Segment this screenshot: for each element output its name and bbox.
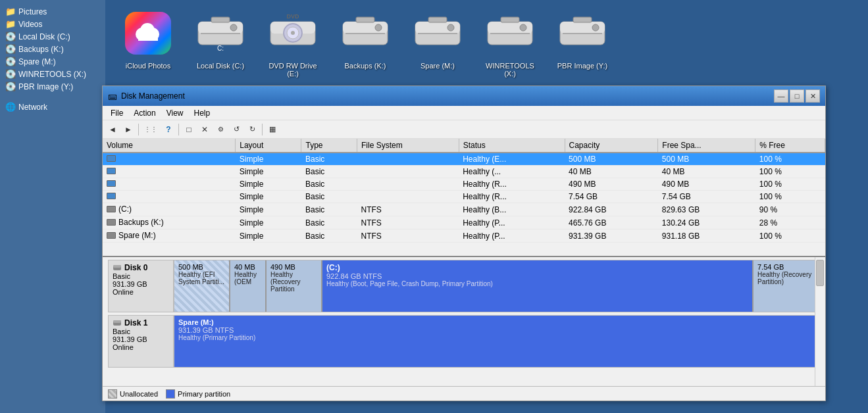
disk-map-scroll[interactable]: Disk 0 Basic 931.39 GB Online 500 MB Hea… (103, 257, 825, 386)
svg-text:C:: C: (217, 45, 224, 52)
maximize-button[interactable]: □ (790, 89, 804, 103)
window-icon: 🖴 (108, 91, 117, 101)
sidebar-item-videos[interactable]: 📁 Videos (0, 18, 105, 30)
unalloc-box (108, 389, 117, 399)
desktop-icon-icloud[interactable]: iCloud Photos (118, 7, 178, 70)
properties-button[interactable]: ⚙ (213, 122, 228, 137)
partition-recovery2[interactable]: 7.54 GB Healthy (Recovery Partition) (753, 260, 819, 312)
disk0-partitions: 500 MB Healthy (EFI System Partiti... 40… (174, 260, 820, 312)
scroll-thumb[interactable] (816, 260, 824, 286)
table-row[interactable]: Simple Basic Healthy (R... 490 MB 490 MB… (103, 178, 825, 191)
sidebar: 📁 Pictures 📁 Videos 💽 Local Disk (C:) 💽 … (0, 0, 105, 413)
disk1-size: 931.39 GB (113, 335, 169, 343)
sidebar-item-label: Spare (M:) (18, 57, 56, 66)
efi-detail: Healthy (EFI System Partiti... (178, 271, 225, 285)
sidebar-item-label: Videos (18, 20, 42, 29)
back-button[interactable]: ◄ (105, 122, 120, 137)
hdd-icon (556, 7, 609, 59)
partition-c[interactable]: (C:) 922.84 GB NTFS Healthy (Boot, Page … (322, 260, 753, 312)
disk-icon: 💽 (5, 32, 16, 41)
sidebar-item-spare-m[interactable]: 💽 Spare (M:) (0, 55, 105, 68)
sidebar-item-label: Network (18, 103, 47, 112)
svg-rect-26 (428, 17, 447, 22)
col-header-fs[interactable]: File System (357, 139, 459, 153)
status-legend: Unallocated Primary partition (108, 389, 230, 399)
disk1-row: Disk 1 Basic 931.39 GB Online Spare (M:)… (108, 315, 820, 368)
desktop: 📁 Pictures 📁 Videos 💽 Local Disk (C:) 💽 … (0, 0, 868, 413)
svg-rect-38 (113, 265, 121, 268)
table-row[interactable]: Backups (K:) Simple Basic NTFS Healthy (… (103, 216, 825, 230)
rec1-detail: Healthy (Recovery Partition (270, 271, 317, 293)
menu-help[interactable]: Help (189, 107, 216, 119)
svg-point-14 (291, 31, 295, 35)
desktop-icon-winretools[interactable]: WINRETOOLS (X:) (480, 7, 540, 78)
table-row[interactable]: Simple Basic Healthy (... 40 MB 40 MB 10… (103, 166, 825, 178)
hdd-icon (411, 7, 464, 59)
desktop-icon-spare-m[interactable]: Spare (M:) (408, 7, 467, 70)
close-button[interactable]: ✕ (805, 89, 820, 103)
table-row[interactable]: Simple Basic Healthy (E... 500 MB 500 MB… (103, 153, 825, 166)
col-header-pct[interactable]: % Free (755, 139, 825, 153)
help-button[interactable]: ? (161, 122, 176, 137)
partition-spare[interactable]: Spare (M:) 931.39 GB NTFS Healthy (Prima… (174, 316, 819, 367)
oem-detail: Healthy (OEM (234, 271, 261, 285)
col-header-status[interactable]: Status (459, 139, 565, 153)
svg-text:DVD: DVD (286, 13, 299, 20)
table-row[interactable]: (C:) Simple Basic NTFS Healthy (B... 922… (103, 203, 825, 216)
rescan-button[interactable]: ↺ (229, 122, 243, 137)
svg-rect-34 (563, 33, 602, 34)
disk-table: Volume Layout Type File System Status Ca… (103, 139, 825, 243)
forward-button[interactable]: ► (121, 122, 136, 137)
menu-action[interactable]: Action (128, 107, 161, 119)
minimize-button[interactable]: — (774, 89, 788, 103)
desktop-icon-dvd[interactable]: DVD DVD RW Drive (E:) (263, 7, 322, 78)
col-header-free[interactable]: Free Spa... (658, 139, 755, 153)
sidebar-item-label: Pictures (18, 7, 47, 16)
desktop-icon-backups-k[interactable]: Backups (K:) (336, 7, 395, 70)
show-hide-button[interactable]: ⋮⋮ (141, 122, 160, 137)
titlebar-left: 🖴 Disk Management (108, 91, 185, 101)
sidebar-item-local-disk-c[interactable]: 💽 Local Disk (C:) (0, 30, 105, 43)
sidebar-item-winretools[interactable]: 💽 WINRETOOLS (X:) (0, 68, 105, 80)
refresh-button[interactable]: ↻ (245, 122, 259, 137)
sidebar-item-label: PBR Image (Y:) (18, 82, 73, 91)
svg-point-20 (375, 24, 382, 31)
sidebar-item-network[interactable]: 🌐 Network (0, 101, 105, 113)
col-header-type[interactable]: Type (301, 139, 357, 153)
c-size: 922.84 GB NTFS (326, 272, 748, 280)
menu-file[interactable]: File (105, 107, 128, 119)
disk-map-container: Disk 0 Basic 931.39 GB Online 500 MB Hea… (103, 257, 825, 373)
window-title: Disk Management (121, 91, 185, 101)
svg-rect-6 (201, 33, 240, 34)
network-icon: 🌐 (5, 102, 16, 112)
svg-point-35 (592, 24, 599, 31)
oem-size: 40 MB (234, 263, 261, 271)
col-header-layout[interactable]: Layout (236, 139, 301, 153)
desktop-icon-pbr-image[interactable]: PBR Image (Y:) (553, 7, 612, 70)
disk-table-area[interactable]: Volume Layout Type File System Status Ca… (103, 139, 825, 257)
sidebar-item-backups-k[interactable]: 💽 Backups (K:) (0, 43, 105, 55)
spare-size: 931.39 GB NTFS (178, 326, 815, 334)
col-header-capacity[interactable]: Capacity (565, 139, 658, 153)
menu-view[interactable]: View (161, 107, 189, 119)
desktop-icon-label: iCloud Photos (126, 62, 171, 70)
partition-oem[interactable]: 40 MB Healthy (OEM (230, 260, 267, 312)
desktop-icon-label: WINRETOOLS (X:) (480, 62, 540, 78)
disk1-name: Disk 1 (124, 318, 147, 328)
scrollbar[interactable] (815, 257, 825, 386)
c-name: (C:) (326, 263, 748, 272)
table-row[interactable]: Simple Basic Healthy (R... 7.54 GB 7.54 … (103, 191, 825, 203)
c-detail: Healthy (Boot, Page File, Crash Dump, Pr… (326, 280, 748, 287)
table-row[interactable]: Spare (M:) Simple Basic NTFS Healthy (P.… (103, 230, 825, 243)
sidebar-item-pbr-image[interactable]: 💽 PBR Image (Y:) (0, 80, 105, 93)
hdd-icon (484, 7, 536, 59)
delete-button[interactable]: ✕ (197, 122, 212, 137)
view-button[interactable]: ▦ (265, 122, 280, 137)
col-header-volume[interactable]: Volume (103, 139, 236, 153)
desktop-icon-local-disk-c[interactable]: C: Local Disk (C:) (191, 7, 250, 70)
menubar: File Action View Help (103, 106, 825, 120)
partition-recovery1[interactable]: 490 MB Healthy (Recovery Partition (267, 260, 322, 312)
sidebar-item-pictures[interactable]: 📁 Pictures (0, 5, 105, 18)
partition-efi[interactable]: 500 MB Healthy (EFI System Partiti... (174, 260, 230, 312)
new-volume-button[interactable]: □ (182, 122, 196, 137)
